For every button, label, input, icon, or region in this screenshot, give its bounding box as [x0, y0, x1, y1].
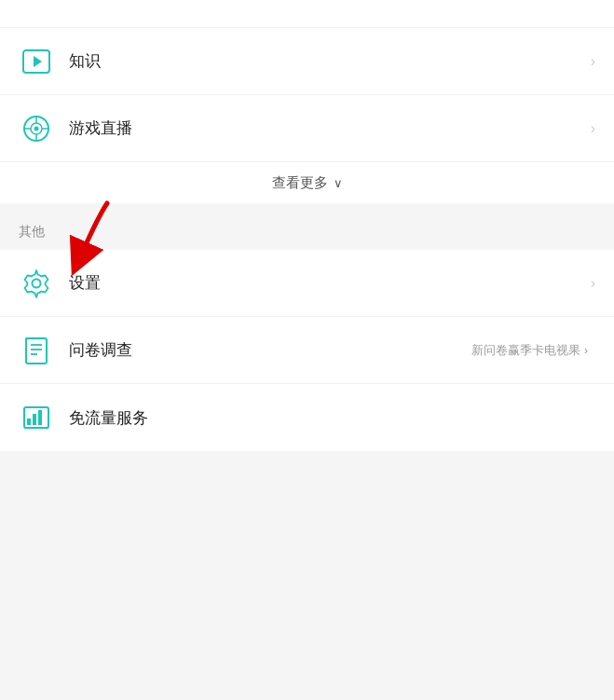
- main-container: 知识 › 游戏直播 › 查看更多 ∨ 其他: [0, 0, 614, 700]
- game-live-label: 游戏直播: [69, 117, 591, 139]
- free-traffic-icon: [19, 400, 54, 435]
- svg-rect-18: [38, 410, 42, 425]
- top-partial-item: [0, 0, 614, 28]
- view-more-label: 查看更多: [272, 174, 328, 192]
- knowledge-icon: [19, 44, 54, 79]
- menu-item-free-traffic[interactable]: 免流量服务: [0, 384, 614, 451]
- settings-chevron: ›: [591, 275, 595, 292]
- svg-rect-16: [27, 419, 31, 425]
- svg-point-10: [33, 279, 41, 287]
- knowledge-chevron: ›: [591, 53, 595, 70]
- knowledge-label: 知识: [69, 50, 591, 72]
- section-other-title: 其他: [19, 224, 45, 239]
- menu-item-survey[interactable]: 问卷调查 新问卷赢季卡电视果 ›: [0, 317, 614, 384]
- game-live-icon: [19, 111, 54, 146]
- menu-item-game-live[interactable]: 游戏直播 ›: [0, 95, 614, 162]
- menu-item-knowledge[interactable]: 知识 ›: [0, 28, 614, 95]
- red-arrow-indicator: [47, 199, 130, 286]
- survey-badge: 新问卷赢季卡电视果 ›: [471, 342, 588, 359]
- game-live-chevron: ›: [591, 120, 595, 137]
- settings-label: 设置: [69, 272, 591, 294]
- svg-rect-11: [26, 338, 47, 364]
- menu-item-settings[interactable]: 设置 ›: [0, 250, 614, 317]
- svg-marker-1: [34, 56, 42, 67]
- view-more-chevron: ∨: [334, 176, 343, 190]
- svg-rect-17: [33, 414, 36, 425]
- free-traffic-label: 免流量服务: [69, 407, 595, 429]
- survey-icon: [19, 333, 54, 368]
- svg-point-4: [34, 126, 39, 130]
- survey-label: 问卷调查: [69, 339, 471, 361]
